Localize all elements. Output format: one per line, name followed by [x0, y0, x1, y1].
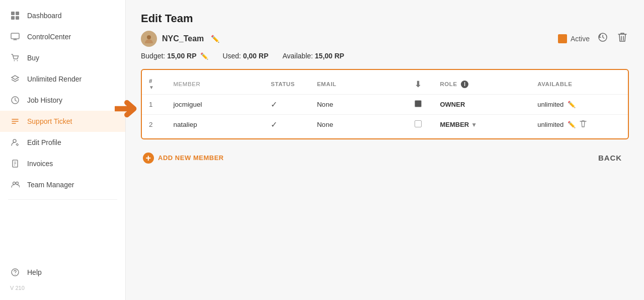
sort-icon[interactable]: ▼ — [149, 85, 154, 90]
th-available: AVAILABLE — [530, 74, 628, 95]
active-badge: Active — [558, 34, 590, 43]
history-button[interactable] — [596, 30, 610, 47]
team-name: NYC_Team — [162, 34, 204, 43]
sidebar-item-team-manager[interactable]: Team Manager — [0, 174, 125, 195]
th-member: MEMBER — [166, 74, 264, 95]
sidebar-item-dashboard[interactable]: Dashboard — [0, 5, 125, 26]
budget-label: Budget: 15,00 RP ✏️ — [141, 52, 208, 60]
role-dropdown-button[interactable]: ▼ — [471, 121, 477, 128]
sidebar-item-unlimited-render[interactable]: Unlimited Render — [0, 68, 125, 90]
back-button[interactable]: BACK — [593, 152, 627, 164]
row2-email: None — [310, 115, 408, 135]
add-member-button[interactable]: + ADD NEW MEMBER — [143, 153, 224, 164]
row2-checkbox — [408, 115, 433, 135]
file-icon — [10, 159, 20, 169]
role-info-icon[interactable]: i — [461, 81, 468, 88]
svg-rect-0 — [11, 12, 15, 15]
row1-role-label: OWNER — [440, 101, 465, 108]
row1-dl-checkbox[interactable] — [415, 100, 422, 107]
row1-available: unlimited ✏️ — [530, 95, 628, 115]
row1-avail-edit-button[interactable]: ✏️ — [568, 101, 576, 108]
budget-row: Budget: 15,00 RP ✏️ Used: 0,00 RP Availa… — [141, 52, 629, 60]
sidebar-item-edit-profile[interactable]: Edit Profile — [0, 132, 125, 153]
th-status: STATUS — [264, 74, 310, 95]
team-avatar — [141, 31, 157, 47]
main-content: Edit Team NYC_Team ✏️ Active — [126, 0, 644, 300]
team-name-edit-button[interactable]: ✏️ — [209, 34, 221, 44]
row2-delete-button[interactable] — [580, 120, 587, 129]
svg-rect-3 — [16, 16, 19, 20]
sidebar-label-dashboard: Dashboard — [27, 12, 62, 20]
team-table: # ▼ MEMBER STATUS EMAIL ⬇ ROLE i — [142, 74, 628, 134]
th-num: # ▼ — [142, 74, 166, 95]
row1-avail-text: unlimited — [537, 101, 564, 108]
row1-member: jocmiguel — [166, 95, 264, 115]
table-row: 2 nataliep ✓ None MEMBER ▼ — [142, 115, 628, 135]
grid-icon — [10, 11, 20, 21]
help-icon — [10, 267, 20, 277]
sidebar-label-control-center: ControlCenter — [27, 33, 71, 41]
table-row: 1 jocmiguel ✓ None OWNER — [142, 95, 628, 115]
svg-point-16 — [13, 182, 16, 185]
row1-role: OWNER — [433, 95, 530, 115]
svg-rect-4 — [11, 33, 19, 39]
clock-icon — [10, 95, 20, 105]
row2-available: unlimited ✏️ — [530, 115, 628, 135]
table-header-row: # ▼ MEMBER STATUS EMAIL ⬇ ROLE i — [142, 74, 628, 95]
row2-avail-text: unlimited — [537, 121, 564, 128]
row2-role-label: MEMBER — [440, 121, 469, 128]
svg-point-19 — [15, 274, 16, 275]
page-title: Edit Team — [141, 12, 629, 25]
row2-avail-edit-button[interactable]: ✏️ — [568, 121, 576, 128]
row2-check-icon: ✓ — [271, 120, 277, 129]
sidebar-item-help[interactable]: Help — [0, 262, 125, 283]
version-label: V 210 — [0, 283, 125, 295]
row2-status: ✓ — [264, 115, 310, 135]
sidebar-label-support-ticket: Support Ticket — [27, 117, 72, 125]
svg-point-6 — [17, 60, 18, 61]
bottom-row: + ADD NEW MEMBER BACK — [141, 152, 629, 164]
layers-icon — [10, 74, 20, 84]
download-icon[interactable]: ⬇ — [415, 80, 422, 89]
svg-point-5 — [14, 60, 15, 61]
sidebar-label-team-manager: Team Manager — [27, 181, 74, 189]
row1-email: None — [310, 95, 408, 115]
row2-dl-checkbox[interactable] — [415, 120, 422, 127]
sidebar-label-unlimited-render: Unlimited Render — [27, 75, 82, 83]
sidebar-label-job-history: Job History — [27, 96, 62, 104]
sidebar-divider — [8, 199, 117, 200]
sidebar-item-support-ticket[interactable]: Support Ticket — [0, 111, 125, 132]
list-icon — [10, 116, 20, 126]
sidebar-item-control-center[interactable]: ControlCenter — [0, 26, 125, 47]
row1-num: 1 — [142, 95, 166, 115]
sidebar-item-invoices[interactable]: Invoices — [0, 153, 125, 174]
add-circle-icon: + — [143, 153, 154, 164]
users-icon — [10, 180, 20, 190]
used-label: Used: 0,00 RP — [222, 52, 268, 60]
active-label: Active — [571, 35, 590, 43]
sidebar-bottom: Help V 210 — [0, 262, 125, 300]
delete-team-button[interactable] — [616, 30, 629, 47]
monitor-icon — [10, 32, 20, 42]
row1-check-icon: ✓ — [271, 100, 277, 109]
sidebar-label-invoices: Invoices — [27, 160, 53, 168]
sidebar-label-buy: Buy — [27, 54, 39, 62]
user-edit-icon — [10, 137, 20, 147]
svg-point-17 — [16, 182, 19, 185]
available-label: Available: 15,00 RP — [282, 52, 344, 60]
th-download: ⬇ — [408, 74, 433, 95]
team-actions: Active — [558, 30, 629, 47]
sidebar-item-job-history[interactable]: Job History — [0, 90, 125, 111]
row2-num: 2 — [142, 115, 166, 135]
sidebar-label-help: Help — [27, 268, 42, 276]
svg-point-20 — [147, 35, 151, 39]
team-table-container: # ▼ MEMBER STATUS EMAIL ⬇ ROLE i — [141, 69, 629, 139]
row1-status: ✓ — [264, 95, 310, 115]
svg-point-11 — [13, 139, 16, 142]
budget-edit-button[interactable]: ✏️ — [200, 52, 208, 60]
row1-checkbox — [408, 95, 433, 115]
svg-rect-1 — [16, 12, 19, 15]
sidebar-item-buy[interactable]: Buy — [0, 47, 125, 68]
sidebar: Dashboard ControlCenter Buy — [0, 0, 126, 300]
cart-icon — [10, 53, 20, 63]
